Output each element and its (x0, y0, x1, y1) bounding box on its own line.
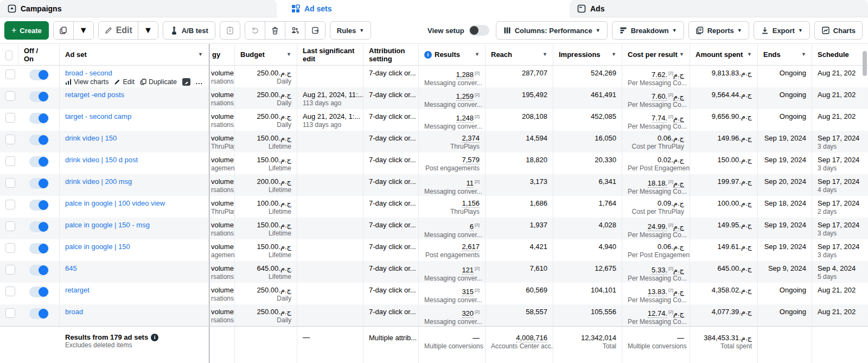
ad-set-name-link[interactable]: 645 (65, 264, 203, 273)
results-value[interactable]: 1,288 (456, 71, 474, 79)
header-cost-per-result[interactable]: Cost per result▼ (622, 44, 690, 65)
duplicate-menu-button[interactable]: ▼ (73, 22, 93, 39)
results-value[interactable]: 7,579 (462, 156, 480, 164)
ad-set-active-toggle[interactable] (29, 91, 49, 102)
tab-campaigns[interactable]: Campaigns (0, 0, 277, 17)
row-checkbox[interactable] (5, 69, 15, 79)
ad-set-active-toggle[interactable] (29, 156, 49, 167)
more-actions[interactable]: ... (196, 78, 203, 86)
view-setup-toggle[interactable] (469, 25, 489, 36)
row-checkbox[interactable] (5, 91, 15, 101)
duplicate-button[interactable] (54, 22, 73, 39)
ad-set-name-link[interactable]: broad - second (65, 68, 203, 78)
ad-set-name-link[interactable]: broad (65, 307, 203, 316)
ad-set-active-toggle[interactable] (29, 113, 49, 124)
sort-caret-icon[interactable]: ▼ (542, 50, 547, 59)
audience-button[interactable] (285, 22, 305, 39)
sort-caret-icon[interactable]: ▼ (475, 50, 480, 59)
ad-set-active-toggle[interactable] (29, 286, 49, 297)
cost-per-result-value[interactable]: 12.74.ج.م (648, 309, 684, 318)
row-checkbox[interactable] (5, 156, 15, 166)
creative-thumbnail-icon[interactable] (182, 78, 190, 86)
row-checkbox[interactable] (5, 243, 15, 253)
header-ends[interactable]: Ends▼ (758, 44, 812, 65)
row-checkbox[interactable] (5, 178, 15, 188)
header-bid-strategy-clipped[interactable]: gy (209, 44, 235, 65)
export-button[interactable]: Export ▼ (754, 21, 810, 40)
tab-ad-sets[interactable]: Ad sets (284, 0, 563, 17)
cost-per-result-value[interactable]: 0.09.ج.م (658, 199, 684, 207)
sort-caret-icon[interactable]: ▼ (198, 50, 203, 59)
view-charts-action[interactable]: View charts (65, 78, 108, 86)
row-checkbox[interactable] (5, 200, 15, 209)
ad-set-name-link[interactable]: drink video | 150 d post (65, 155, 203, 164)
results-value[interactable]: 121 (462, 266, 474, 275)
header-reach[interactable]: Reach▼ (486, 44, 553, 65)
results-value[interactable]: 1,156 (462, 199, 480, 208)
select-all-checkbox[interactable] (5, 50, 12, 60)
info-icon[interactable]: i (151, 334, 158, 341)
edit-button[interactable]: Edit (99, 22, 138, 39)
ad-set-name-link[interactable]: retarget (65, 285, 203, 295)
row-checkbox[interactable] (5, 221, 15, 231)
delete-button[interactable] (265, 22, 285, 39)
cost-per-result-value[interactable]: 18.18.ج.م (648, 179, 684, 188)
ad-set-name-link[interactable]: palce in google | 150 - msg (65, 220, 203, 230)
sort-caret-icon[interactable]: ▼ (747, 50, 752, 59)
header-budget[interactable]: Budget▼ (235, 44, 297, 65)
cost-per-result-value[interactable]: 0.02.ج.م (658, 156, 684, 164)
results-value[interactable]: 2,374 (462, 134, 480, 143)
header-results[interactable]: iResults▼ (419, 44, 486, 65)
cost-per-result-value[interactable]: 0.06.ج.م (658, 134, 684, 142)
reports-button[interactable]: Reports ▼ (688, 21, 749, 40)
header-schedule[interactable]: Schedule (812, 44, 868, 65)
footer-reach-total[interactable]: 4,008,716 (516, 334, 547, 342)
edit-menu-button[interactable]: ▼ (138, 22, 158, 39)
results-value[interactable]: 1,259 (456, 92, 474, 101)
results-value[interactable]: 6 (470, 222, 474, 231)
header-impressions[interactable]: Impressions▼ (553, 44, 622, 65)
sort-caret-icon[interactable]: ▼ (679, 50, 684, 59)
ad-set-active-toggle[interactable] (29, 221, 49, 232)
sort-caret-icon[interactable]: ▼ (611, 50, 616, 59)
row-checkbox[interactable] (5, 135, 15, 144)
ab-test-button[interactable]: A/B test (163, 21, 215, 40)
create-button[interactable]: + Create (4, 21, 49, 40)
ad-set-active-toggle[interactable] (29, 135, 49, 145)
results-value[interactable]: 320 (462, 309, 474, 318)
ad-set-active-toggle[interactable] (29, 265, 49, 276)
ad-set-name-link[interactable]: target - second camp (65, 112, 203, 121)
rules-button[interactable]: Rules ▼ (330, 21, 371, 40)
columns-button[interactable]: Columns: Performance ▼ (496, 21, 608, 40)
ad-set-name-link[interactable]: palce in google | 150 (65, 242, 203, 251)
ad-set-name-link[interactable]: drink video | 200 msg (65, 177, 203, 186)
vertical-scrollbar-thumb[interactable] (863, 51, 867, 76)
preview-button[interactable] (305, 22, 325, 39)
ad-set-active-toggle[interactable] (29, 69, 49, 80)
cost-per-result-value[interactable]: 13.83.ج.م (648, 288, 684, 296)
duplicate-action[interactable]: Duplicate (140, 78, 177, 86)
cost-per-result-value[interactable]: 24.99.ج.م (648, 222, 684, 231)
ad-set-name-link[interactable]: retarget -end posts (65, 90, 203, 99)
ad-set-active-toggle[interactable] (29, 178, 49, 189)
undo-button[interactable] (245, 22, 265, 39)
breakdown-button[interactable]: Breakdown ▼ (612, 21, 684, 40)
row-checkbox[interactable] (5, 286, 15, 296)
sort-caret-icon[interactable]: ▼ (801, 50, 806, 59)
header-attribution-setting[interactable]: Attribution setting (363, 44, 419, 65)
charts-button[interactable]: Charts (814, 21, 863, 40)
ad-set-name-link[interactable]: palce in google | 100 video view (65, 199, 203, 208)
paste-button[interactable] (220, 21, 240, 40)
edit-action[interactable]: Edit (114, 78, 135, 86)
header-amount-spent[interactable]: Amount spent▼ (690, 44, 758, 65)
cost-per-result-value[interactable]: 0.06.ج.م (658, 243, 684, 251)
header-ad-set[interactable]: Ad set▼ (60, 44, 209, 65)
row-checkbox[interactable] (5, 308, 15, 318)
tab-ads[interactable]: Ads (570, 0, 868, 17)
ad-set-active-toggle[interactable] (29, 308, 49, 319)
ad-set-name-link[interactable]: drink video | 150 (65, 133, 203, 143)
sort-caret-icon[interactable]: ▼ (286, 50, 291, 59)
info-icon[interactable]: i (424, 51, 432, 59)
results-value[interactable]: 11 (467, 179, 474, 188)
row-checkbox[interactable] (5, 113, 15, 123)
